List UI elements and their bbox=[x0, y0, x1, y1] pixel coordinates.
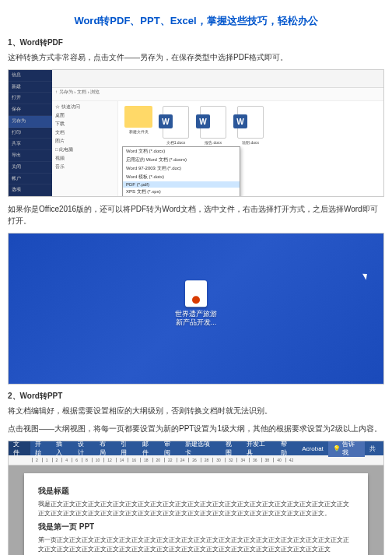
filetype-option[interactable]: Word 97-2003 文档 (*.doc) bbox=[123, 164, 240, 173]
ribbon-tab[interactable]: 视图 bbox=[221, 441, 243, 455]
ribbon-tab[interactable]: 布局 bbox=[95, 441, 117, 455]
ribbon-tab[interactable]: 引用 bbox=[116, 441, 138, 455]
ribbon: 文件开始插入设计布局引用邮件审阅新建选项卡视图开发工具帮助Acrobat 💡告诉… bbox=[9, 441, 383, 455]
ruler-mark: 1 bbox=[42, 458, 51, 462]
document-page: 我是标题 我是正文正文正文正文正文正文正文正文正文正文正文正文正文正文正文正文正… bbox=[24, 473, 368, 555]
filetype-option[interactable]: XPS 文档 (*.xps) bbox=[123, 188, 240, 196]
screenshot-save-as: 信息新建打开保存另存为打印共享导出关闭帐户选项 ↑ 另存为 › 文档 › 浏览 … bbox=[8, 69, 384, 197]
ruler-mark: 38 bbox=[261, 458, 273, 462]
ruler-mark: 12 bbox=[103, 458, 115, 462]
filetype-dropdown[interactable]: Word 文档 (*.docx)启用宏的 Word 文档 (*.docm)Wor… bbox=[122, 146, 240, 197]
ruler-mark: 16 bbox=[128, 458, 139, 462]
ribbon-tab[interactable]: 邮件 bbox=[138, 441, 159, 455]
filetype-option[interactable]: Word 模板 (*.dotx) bbox=[123, 173, 240, 181]
screenshot-word-outline: 文件开始插入设计布局引用邮件审阅新建选项卡视图开发工具帮助Acrobat 💡告诉… bbox=[8, 441, 384, 555]
share-button[interactable]: 共 bbox=[365, 444, 380, 453]
tree-item[interactable]: 图片 bbox=[54, 137, 116, 146]
cursor-icon bbox=[362, 272, 369, 279]
screenshot-desktop: 世界遗产旅游新产品开发... bbox=[8, 233, 384, 385]
ribbon-tab[interactable]: 帮助 bbox=[276, 441, 298, 455]
folder-tree: ☆ 快速访问 桌面 下载 文档 图片□ 此电脑 视频 音乐 bbox=[52, 101, 118, 197]
page-canvas: 我是标题 我是正文正文正文正文正文正文正文正文正文正文正文正文正文正文正文正文正… bbox=[9, 465, 383, 555]
ribbon-tab[interactable]: 开始 bbox=[30, 441, 52, 455]
file-item[interactable]: 报告.docx bbox=[198, 106, 229, 145]
ruler-mark: 20 bbox=[152, 458, 164, 462]
ruler-mark: 34 bbox=[236, 458, 248, 462]
file-menu-item[interactable]: 帐户 bbox=[9, 174, 52, 185]
section-1-para-2: 如果你是Office2016版的，还可以将PDF转为Word文档，选中文件，右击… bbox=[8, 203, 384, 227]
file-item[interactable]: 说明.docx bbox=[235, 106, 266, 145]
file-menu-item[interactable]: 保存 bbox=[9, 104, 52, 116]
pdf-file-icon[interactable]: 世界遗产旅游新产品开发... bbox=[175, 280, 217, 328]
folder-icon bbox=[124, 106, 152, 128]
doc-body-2: 第一页正文正文正文正文正文正文正文正文正文正文正文正文正文正文正文正文正文正文正… bbox=[38, 536, 354, 554]
tree-item[interactable]: ☆ 快速访问 bbox=[54, 103, 116, 111]
file-item[interactable]: 文档1.docx bbox=[160, 106, 191, 145]
ribbon-tab[interactable]: 新建选项卡 bbox=[180, 441, 220, 455]
filetype-option[interactable]: 单个网页文件 (*.mht) bbox=[123, 196, 240, 197]
filetype-option[interactable]: Word 文档 (*.docx) bbox=[123, 147, 240, 156]
ribbon-tab[interactable]: 开发工具 bbox=[242, 441, 275, 455]
page-title: Word转PDF、PPT、Excel，掌握这些技巧，轻松办公 bbox=[8, 14, 384, 28]
ribbon-tab[interactable]: Acrobat bbox=[297, 441, 328, 455]
ruler-mark: 6 bbox=[72, 458, 81, 462]
filetype-option[interactable]: PDF (*.pdf) bbox=[123, 181, 240, 188]
ribbon-tab[interactable]: 插入 bbox=[51, 441, 73, 455]
pdf-icon bbox=[185, 280, 207, 307]
word-icon bbox=[237, 106, 264, 139]
ruler-mark: 14 bbox=[116, 458, 128, 462]
tree-item[interactable]: 视频 bbox=[54, 154, 116, 163]
file-label: 报告.docx bbox=[198, 140, 229, 145]
word-icon bbox=[163, 106, 189, 139]
ruler-mark: 4 bbox=[61, 458, 71, 462]
dialog-titlebar bbox=[52, 70, 383, 88]
tree-item[interactable]: 音乐 bbox=[54, 163, 116, 171]
tree-item[interactable]: 桌面 bbox=[54, 111, 116, 120]
file-item[interactable]: 新建文件夹 bbox=[123, 106, 154, 134]
ruler-mark: 26 bbox=[188, 458, 200, 462]
ribbon-tab[interactable]: 文件 bbox=[9, 441, 30, 455]
file-menu-item[interactable]: 信息 bbox=[9, 70, 52, 82]
ribbon-tab[interactable]: 审阅 bbox=[159, 441, 181, 455]
section-2-para-1: 将文档编辑好，根据需要设置相应的大纲级别，否则转换文档时就无法识别。 bbox=[8, 405, 384, 416]
tell-me-button[interactable]: 💡告诉我 bbox=[328, 441, 365, 457]
ruler-mark: 40 bbox=[273, 458, 285, 462]
file-menu-item[interactable]: 导出 bbox=[9, 150, 52, 162]
ruler-mark: 42 bbox=[285, 458, 297, 462]
file-menu-item[interactable]: 共享 bbox=[9, 139, 52, 150]
section-2-para-2: 点击视图——大纲视图，将每一页都要设置为新的PPT设置为1级大纲，其他的根据要求… bbox=[8, 423, 384, 434]
ruler-mark: 32 bbox=[225, 458, 236, 462]
ruler-mark: 18 bbox=[140, 458, 152, 462]
doc-heading-2: 我是第一页 PPT bbox=[38, 522, 354, 532]
ruler-mark: 10 bbox=[92, 458, 103, 462]
doc-body-1: 我是正文正文正文正文正文正文正文正文正文正文正文正文正文正文正文正文正文正文正文… bbox=[38, 500, 354, 518]
file-label: 新建文件夹 bbox=[123, 129, 154, 134]
ruler-mark: 28 bbox=[201, 458, 212, 462]
filetype-option[interactable]: 启用宏的 Word 文档 (*.docm) bbox=[123, 156, 240, 164]
doc-heading-1: 我是标题 bbox=[38, 486, 354, 497]
section-1-heading: 1、Word转PDF bbox=[8, 37, 384, 48]
file-menu-sidebar: 信息新建打开保存另存为打印共享导出关闭帐户选项 bbox=[9, 70, 52, 196]
ruler-mark: 30 bbox=[212, 458, 224, 462]
section-2-heading: 2、Word转PPT bbox=[8, 391, 384, 402]
file-menu-item[interactable]: 新建 bbox=[9, 82, 52, 93]
file-label: 文档1.docx bbox=[160, 140, 191, 145]
file-menu-item[interactable]: 选项 bbox=[9, 184, 52, 196]
ruler-mark: 2 bbox=[32, 458, 41, 462]
tree-item[interactable]: □ 此电脑 bbox=[54, 146, 116, 154]
ruler-mark: 22 bbox=[164, 458, 176, 462]
tree-item[interactable]: 下载 bbox=[54, 120, 116, 128]
ruler-mark: 36 bbox=[249, 458, 261, 462]
ruler-mark: 24 bbox=[177, 458, 188, 462]
word-icon bbox=[200, 106, 226, 139]
file-label: 说明.docx bbox=[235, 140, 266, 145]
ribbon-tab[interactable]: 设计 bbox=[73, 441, 95, 455]
file-label: 世界遗产旅游新产品开发... bbox=[175, 310, 217, 328]
file-menu-item[interactable]: 打开 bbox=[9, 93, 52, 104]
file-menu-item[interactable]: 关闭 bbox=[9, 162, 52, 174]
tree-item[interactable]: 文档 bbox=[54, 128, 116, 137]
file-menu-item[interactable]: 打印 bbox=[9, 128, 52, 139]
ruler-mark: 2 bbox=[52, 458, 61, 462]
file-menu-item[interactable]: 另存为 bbox=[9, 116, 52, 128]
section-1-para-1: 这种转换方式非常容易，点击文件——另存为，在保存类型中选择PDF格式即可。 bbox=[8, 51, 384, 63]
